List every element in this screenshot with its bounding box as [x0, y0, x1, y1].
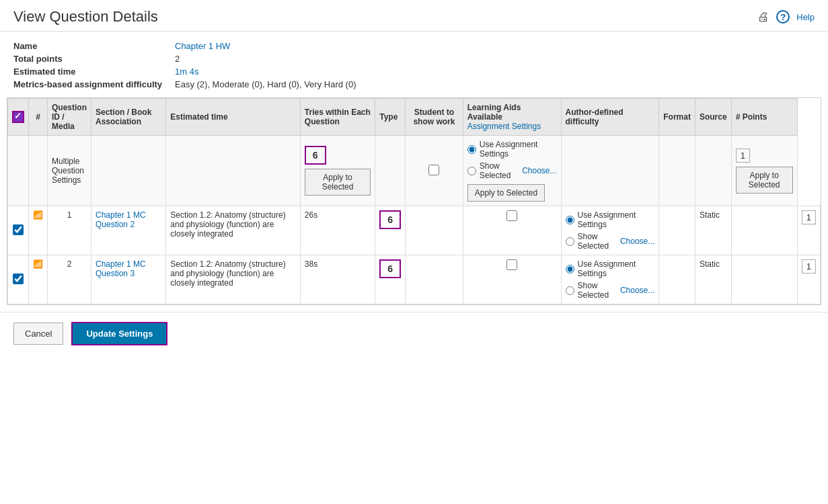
row2-checkbox-cell	[8, 255, 29, 304]
name-link[interactable]: Chapter 1 HW	[175, 41, 230, 51]
row1-radio-group: Use Assignment Settings Show Selected Ch…	[566, 210, 655, 251]
row2-format-cell: Static	[695, 255, 731, 304]
settings-aids-apply-btn[interactable]: Apply to Selected	[467, 184, 545, 202]
settings-radio-group: Use Assignment Settings Show Selected Ch…	[467, 140, 557, 180]
name-row: Name Chapter 1 HW	[13, 41, 815, 51]
update-settings-button[interactable]: Update Settings	[71, 322, 167, 345]
row2-points-box[interactable]: 1	[802, 259, 816, 274]
settings-radio-show-label: Show Selected	[480, 161, 519, 180]
row2-bar-icon-cell: 📶	[29, 255, 48, 304]
settings-time-cell	[166, 136, 301, 206]
settings-points-box[interactable]: 1	[736, 149, 750, 163]
row2-tries-cell: 6	[375, 255, 406, 304]
row2-show-work-checkbox[interactable]	[506, 259, 517, 270]
header-checkbox-cell	[8, 99, 29, 136]
row2-radio-use[interactable]	[566, 265, 574, 274]
row2-points-cell: 1	[797, 255, 820, 304]
estimated-time-link[interactable]: 1m 4s	[175, 67, 198, 77]
total-points-label: Total points	[13, 54, 175, 64]
row1-radio-show-row: Show Selected Choose...	[566, 232, 655, 251]
estimated-time-row: Estimated time 1m 4s	[13, 67, 815, 77]
row2-radio-group: Use Assignment Settings Show Selected Ch…	[566, 259, 655, 300]
row2-choose-link[interactable]: Choose...	[620, 286, 654, 295]
row2-section-cell: Section 1.2: Anatomy (structure) and phy…	[166, 255, 301, 304]
row2-learning-aids-cell: Use Assignment Settings Show Selected Ch…	[561, 255, 659, 304]
settings-checkbox-cell	[8, 136, 29, 206]
estimated-time-value: 1m 4s	[175, 67, 198, 77]
row2-radio-show-row: Show Selected Choose...	[566, 281, 655, 300]
settings-show-work-checkbox[interactable]	[428, 165, 439, 175]
settings-tries-apply-btn[interactable]: Apply to Selected	[305, 169, 371, 196]
row1-student-cell	[463, 206, 561, 255]
row2-section: Section 1.2: Anatomy (structure) and phy…	[170, 259, 285, 288]
row1-choose-link[interactable]: Choose...	[620, 237, 654, 246]
row2-type-cell	[406, 255, 463, 304]
settings-radio-show[interactable]	[467, 167, 476, 175]
row2-time-cell: 38s	[300, 255, 375, 304]
settings-format-cell	[659, 136, 695, 206]
header-student-show: Student to show work	[406, 99, 463, 136]
header-estimated-time: Estimated time	[166, 99, 301, 136]
header-learning-aids: Learning Aids Available Assignment Setti…	[463, 99, 561, 136]
row1-radio-show[interactable]	[566, 237, 574, 246]
footer-bar: Cancel Update Settings	[0, 312, 828, 355]
settings-tries-box[interactable]: 6	[305, 146, 326, 165]
row1-num: 1	[67, 210, 72, 220]
row2-student-cell	[463, 255, 561, 304]
settings-radio-use[interactable]	[467, 145, 476, 154]
settings-author-cell	[561, 136, 659, 206]
select-all-checkbox[interactable]	[12, 111, 24, 123]
settings-label-cell: Multiple Question Settings	[48, 136, 91, 206]
row2-source-cell	[731, 255, 797, 304]
row1-show-work-checkbox[interactable]	[506, 210, 517, 221]
row2-bar-icon: 📶	[33, 259, 43, 269]
row2-time: 38s	[305, 259, 317, 269]
row1-section: Section 1.2: Anatomy (structure) and phy…	[170, 210, 285, 239]
name-value: Chapter 1 HW	[175, 41, 230, 51]
row2-checkbox[interactable]	[13, 274, 24, 284]
help-circle-icon: ?	[776, 10, 790, 24]
settings-source-cell	[695, 136, 731, 206]
header-section: Section / Book Association	[91, 99, 166, 136]
help-link[interactable]: Help	[796, 12, 815, 22]
row1-tries-box[interactable]: 6	[379, 210, 401, 229]
row1-checkbox[interactable]	[13, 224, 24, 235]
row2-radio-show-label: Show Selected	[578, 281, 617, 300]
row1-bar-icon-cell: 📶	[29, 206, 48, 255]
cancel-button[interactable]: Cancel	[13, 323, 63, 345]
estimated-time-label: Estimated time	[13, 67, 175, 77]
row2-radio-show[interactable]	[566, 286, 574, 295]
row1-question-link[interactable]: Chapter 1 MC Question 2	[96, 210, 146, 229]
settings-radio-use-label: Use Assignment Settings	[480, 140, 557, 159]
total-points-row: Total points 2	[13, 54, 815, 64]
settings-row: Multiple Question Settings 6 Apply to Se…	[8, 136, 821, 206]
settings-choose-link[interactable]: Choose...	[522, 166, 556, 175]
question-table-wrapper: # Question ID / Media Section / Book Ass…	[7, 97, 821, 305]
print-icon[interactable]: 🖨	[757, 10, 769, 24]
row1-points-cell: 1	[797, 206, 820, 255]
row1-question-cell: Chapter 1 MC Question 2	[91, 206, 166, 255]
header-points: # Points	[731, 99, 797, 136]
settings-student-cell	[406, 136, 463, 206]
row1-tries-cell: 6	[375, 206, 406, 255]
metrics-row: Metrics-based assignment difficulty Easy…	[13, 79, 815, 89]
row2-radio-use-row: Use Assignment Settings	[566, 259, 655, 278]
row1-radio-use[interactable]	[566, 216, 574, 224]
row1-points-box[interactable]: 1	[802, 210, 816, 224]
row1-format: Static	[700, 210, 720, 220]
row1-radio-show-label: Show Selected	[578, 232, 617, 251]
row2-format: Static	[700, 259, 720, 269]
header-type: Type	[375, 99, 406, 136]
row2-question-link[interactable]: Chapter 1 MC Question 3	[96, 259, 146, 278]
name-label: Name	[13, 41, 175, 51]
settings-type-cell	[375, 136, 406, 206]
row2-tries-box[interactable]: 6	[379, 259, 401, 278]
settings-points-apply-btn[interactable]: Apply to Selected	[736, 167, 793, 194]
row1-format-cell: Static	[695, 206, 731, 255]
row2-question-cell: Chapter 1 MC Question 3	[91, 255, 166, 304]
settings-radio-use-row: Use Assignment Settings	[467, 140, 557, 159]
table-header-row: # Question ID / Media Section / Book Ass…	[8, 99, 821, 136]
row1-author-cell	[659, 206, 695, 255]
row1-checkbox-cell	[8, 206, 29, 255]
header-author-defined: Author-defined difficulty	[561, 99, 659, 136]
